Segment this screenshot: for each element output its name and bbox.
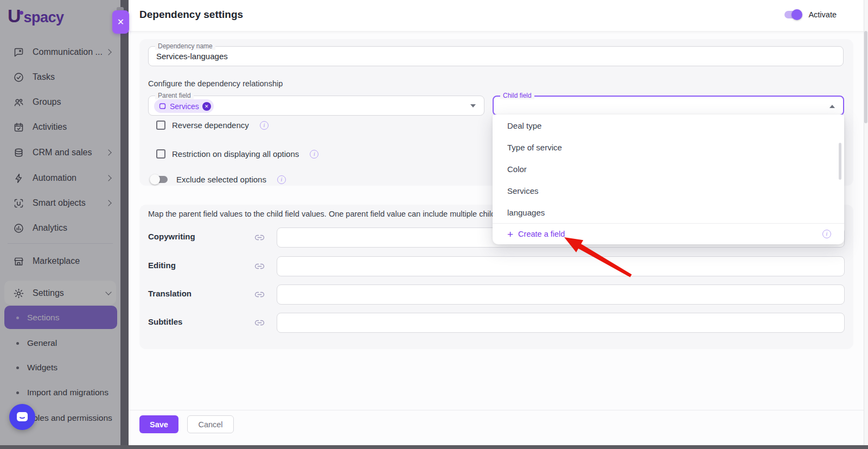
- caret-up-icon: [829, 105, 835, 108]
- mapping-row-editing: Editing: [148, 256, 845, 276]
- dropdown-option-deal-type[interactable]: Deal type: [493, 115, 844, 136]
- dropdown-option-color[interactable]: Color: [493, 158, 844, 180]
- dependency-name-value: Services-languages: [156, 47, 228, 66]
- parent-field-chip: Services ✕: [154, 99, 214, 113]
- create-field-button[interactable]: + Create a field i: [493, 224, 844, 244]
- info-icon[interactable]: i: [277, 175, 286, 184]
- cancel-button[interactable]: Cancel: [187, 415, 234, 433]
- window-scrollbar[interactable]: [864, 0, 868, 449]
- dropdown-option-type-of-service[interactable]: Type of service: [493, 136, 844, 158]
- exclude-options-label: Exclude selected options: [176, 175, 266, 184]
- toggle-knob: [150, 174, 160, 185]
- child-field-select[interactable]: Child field: [493, 96, 844, 116]
- chat-icon: [15, 410, 29, 424]
- plus-icon: +: [507, 229, 513, 239]
- mapping-row-translation: Translation: [148, 284, 845, 305]
- dropdown-scrollbar[interactable]: [839, 143, 841, 180]
- reverse-dependency-checkbox[interactable]: [156, 121, 165, 130]
- caret-down-icon: [470, 104, 476, 107]
- field-chip-icon: [159, 103, 167, 110]
- mapping-row-label: Copywriting: [148, 232, 195, 241]
- configure-relationship-text: Configure the dependency relationship: [148, 79, 283, 88]
- close-icon: ✕: [117, 17, 124, 27]
- mapping-row-label: Translation: [148, 289, 192, 298]
- save-button-label: Save: [150, 420, 168, 429]
- panel-header: Dependency settings Activate: [129, 0, 868, 31]
- save-button[interactable]: Save: [139, 415, 178, 433]
- exclude-options-toggle[interactable]: [151, 176, 168, 183]
- link-icon: [254, 232, 265, 245]
- background-gap: [120, 0, 129, 449]
- link-icon: [254, 289, 265, 302]
- chip-label: Services: [170, 102, 199, 111]
- mapping-value-input[interactable]: [277, 284, 845, 305]
- activate-label: Activate: [808, 10, 837, 19]
- close-panel-button[interactable]: ✕: [112, 10, 129, 34]
- info-icon[interactable]: i: [822, 230, 831, 238]
- chat-launcher-button[interactable]: [9, 404, 35, 430]
- info-icon[interactable]: i: [310, 150, 318, 159]
- screen-bottom-edge: [0, 445, 868, 449]
- link-icon: [254, 261, 265, 274]
- modal-dim-overlay: [0, 0, 120, 449]
- mapping-value-input[interactable]: [277, 256, 845, 276]
- link-icon: [254, 318, 265, 330]
- parent-field-label: Parent field: [155, 92, 194, 99]
- chip-remove-icon[interactable]: ✕: [202, 102, 211, 111]
- mapping-row-label: Subtitles: [148, 317, 182, 326]
- child-field-label: Child field: [500, 92, 534, 99]
- info-icon[interactable]: i: [260, 121, 269, 130]
- page-title: Dependency settings: [139, 9, 243, 21]
- cancel-button-label: Cancel: [198, 420, 222, 429]
- restriction-checkbox[interactable]: [156, 149, 165, 159]
- toggle-knob: [792, 9, 802, 20]
- create-field-label: Create a field: [518, 230, 565, 238]
- dependency-settings-panel: Dependency settings Activate Dependency …: [129, 0, 868, 449]
- dropdown-option-languages[interactable]: languages: [493, 201, 844, 223]
- mapping-row-label: Editing: [148, 261, 176, 270]
- window-scrollbar-thumb[interactable]: [864, 31, 867, 123]
- dropdown-option-services[interactable]: Services: [493, 180, 844, 201]
- mapping-row-subtitles: Subtitles: [148, 313, 845, 333]
- restriction-label: Restriction on displaying all options: [172, 149, 299, 159]
- child-field-dropdown: Deal type Type of service Color Services…: [493, 115, 844, 244]
- parent-field-select[interactable]: Parent field Services ✕: [148, 96, 484, 116]
- footer-divider: [129, 410, 868, 410]
- dependency-name-field[interactable]: Dependency name Services-languages: [148, 46, 844, 66]
- activate-toggle[interactable]: [784, 11, 801, 18]
- reverse-dependency-label: Reverse dependency: [172, 121, 249, 130]
- mapping-value-input[interactable]: [277, 313, 845, 333]
